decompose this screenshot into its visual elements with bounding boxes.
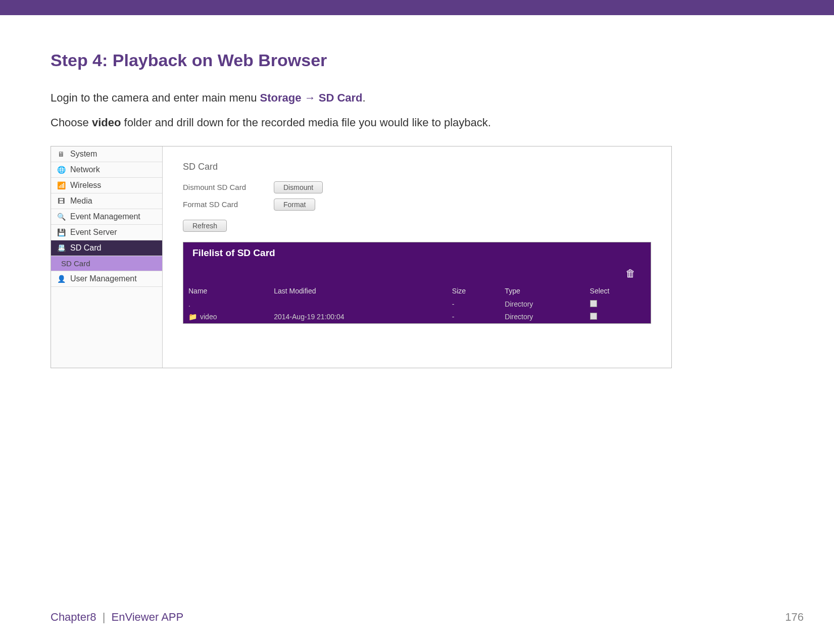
- sidebar-item-sd-card[interactable]: 📇SD Card: [51, 240, 162, 256]
- text-segment: Choose: [51, 116, 92, 129]
- cell-select: [585, 298, 651, 311]
- server-icon: 💾: [57, 228, 65, 236]
- top-bar: [0, 0, 834, 15]
- sidebar-item-label: System: [70, 150, 97, 159]
- sidebar-subitem-sd-card[interactable]: SD Card: [51, 256, 162, 271]
- user-icon: 👤: [57, 275, 65, 283]
- sidebar-item-label: User Management: [70, 274, 137, 283]
- dismount-button[interactable]: Dismount: [274, 181, 323, 193]
- text-segment: .: [363, 91, 366, 104]
- footer-left: Chapter8 | EnViewer APP: [51, 611, 183, 624]
- dismount-row: Dismount SD Card Dismount: [183, 181, 651, 193]
- cell-select: [585, 311, 651, 323]
- table-header-row: Name Last Modified Size Type Select: [183, 284, 651, 298]
- cell-name: .: [183, 298, 269, 311]
- sidebar-item-label: Media: [70, 196, 92, 206]
- format-button[interactable]: Format: [274, 199, 315, 211]
- footer-app: EnViewer APP: [111, 611, 183, 623]
- sidebar-item-label: Event Management: [70, 212, 140, 221]
- intro-paragraph-2: Choose video folder and drill down for t…: [51, 115, 783, 131]
- cell-type: Directory: [500, 311, 584, 323]
- checkbox-icon[interactable]: [590, 300, 597, 307]
- refresh-row: Refresh: [183, 220, 651, 232]
- filelist-panel: Filelist of SD Card 🗑 Name Last Modified…: [183, 242, 651, 324]
- table-row[interactable]: 📁video 2014-Aug-19 21:00:04 - Directory: [183, 311, 651, 323]
- panel-title: SD Card: [183, 162, 651, 172]
- monitor-icon: 🖥: [57, 150, 65, 158]
- text-segment: folder and drill down for the recorded m…: [121, 116, 491, 129]
- cell-name-text: video: [200, 313, 217, 321]
- page-heading: Step 4: Playback on Web Browser: [51, 51, 783, 70]
- main-panel: SD Card Dismount SD Card Dismount Format…: [163, 146, 671, 368]
- cell-last-modified: [269, 298, 447, 311]
- refresh-button[interactable]: Refresh: [183, 220, 227, 232]
- sidebar-item-label: SD Card: [70, 243, 101, 253]
- footer-sep: |: [103, 611, 106, 623]
- sidebar-item-label: Network: [70, 165, 100, 174]
- sdcard-icon: 📇: [57, 244, 65, 252]
- footer-chapter: Chapter8: [51, 611, 96, 623]
- sidebar-item-network[interactable]: 🌐Network: [51, 162, 162, 178]
- page-footer: Chapter8 | EnViewer APP 176: [51, 611, 804, 624]
- cell-name: 📁video: [183, 311, 269, 323]
- sidebar-item-event-management[interactable]: 🔍Event Management: [51, 209, 162, 225]
- video-bold: video: [92, 116, 121, 129]
- sidebar-item-label: Wireless: [70, 181, 101, 190]
- footer-page-number: 176: [785, 611, 804, 624]
- wifi-icon: 📶: [57, 181, 65, 189]
- format-row: Format SD Card Format: [183, 199, 651, 211]
- sidebar-item-label: SD Card: [61, 259, 90, 268]
- cell-size: -: [447, 298, 500, 311]
- sdcard-screenshot: 🖥System 🌐Network 📶Wireless 🎞Media 🔍Event…: [51, 146, 672, 368]
- sdcard-link: SD Card: [319, 91, 363, 104]
- arrow-icon: →: [302, 91, 319, 104]
- intro-paragraph-1: Login to the camera and enter main menu …: [51, 90, 783, 106]
- col-type: Type: [500, 284, 584, 298]
- text-segment: Login to the camera and enter main menu: [51, 91, 260, 104]
- sidebar-item-event-server[interactable]: 💾Event Server: [51, 225, 162, 240]
- cell-type: Directory: [500, 298, 584, 311]
- format-label: Format SD Card: [183, 200, 259, 209]
- sidebar: 🖥System 🌐Network 📶Wireless 🎞Media 🔍Event…: [51, 146, 163, 368]
- col-last-modified: Last Modified: [269, 284, 447, 298]
- file-table: Name Last Modified Size Type Select . - …: [183, 284, 651, 323]
- sidebar-item-media[interactable]: 🎞Media: [51, 193, 162, 209]
- dismount-label: Dismount SD Card: [183, 183, 259, 191]
- media-icon: 🎞: [57, 197, 65, 205]
- trash-icon[interactable]: 🗑: [625, 268, 635, 279]
- sidebar-item-system[interactable]: 🖥System: [51, 146, 162, 162]
- cell-size: -: [447, 311, 500, 323]
- sidebar-item-wireless[interactable]: 📶Wireless: [51, 178, 162, 193]
- col-size: Size: [447, 284, 500, 298]
- sidebar-item-user-management[interactable]: 👤User Management: [51, 271, 162, 287]
- cell-last-modified: 2014-Aug-19 21:00:04: [269, 311, 447, 323]
- globe-icon: 🌐: [57, 166, 65, 174]
- sidebar-item-label: Event Server: [70, 228, 117, 237]
- storage-link: Storage: [260, 91, 302, 104]
- filelist-title: Filelist of SD Card: [183, 242, 651, 264]
- checkbox-icon[interactable]: [590, 313, 597, 320]
- col-name: Name: [183, 284, 269, 298]
- table-row[interactable]: . - Directory: [183, 298, 651, 311]
- col-select: Select: [585, 284, 651, 298]
- filelist-toolbar: 🗑: [183, 264, 651, 284]
- folder-icon: 📁: [188, 313, 197, 321]
- search-icon: 🔍: [57, 213, 65, 221]
